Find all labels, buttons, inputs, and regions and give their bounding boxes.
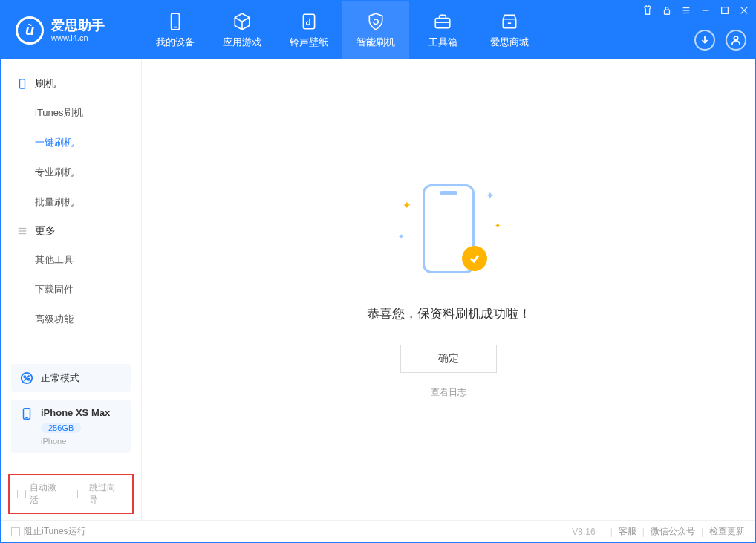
svg-point-24 [28,379,30,380]
checkbox-icon [11,527,20,536]
device-card[interactable]: iPhone XS Max 256GB iPhone [11,400,131,453]
cube-icon [232,12,252,31]
sparkle-icon: ✦ [486,189,495,201]
nav-smart-flash[interactable]: 智能刷机 [342,1,409,59]
mode-normal-icon [20,371,33,385]
toolbox-icon [433,12,452,31]
list-icon [17,226,27,236]
checkbox-block-itunes[interactable]: 阻止iTunes运行 [11,525,86,538]
version-label: V8.16 [572,527,595,537]
device-icon [166,12,185,31]
svg-rect-8 [665,10,670,14]
sidebar-item-batch-flash[interactable]: 批量刷机 [35,187,141,217]
checkbox-icon [17,490,26,498]
svg-rect-3 [303,14,314,29]
window-controls [642,5,749,16]
svg-rect-4 [435,18,450,27]
ok-button[interactable]: 确定 [400,345,497,373]
tshirt-icon[interactable] [642,5,653,16]
nav-store[interactable]: 爱思商城 [476,1,543,59]
sparkle-icon: ✦ [403,199,411,211]
menu-icon[interactable] [681,5,691,16]
main-content: ✦ ✦ ✦ ✦ 恭喜您，保资料刷机成功啦！ 确定 查看日志 [142,59,755,520]
device-name: iPhone XS Max [41,407,110,418]
svg-rect-13 [722,7,729,14]
nav-ringtone-wallpaper[interactable]: 铃声壁纸 [276,1,342,59]
sidebar-item-oneclick-flash[interactable]: 一键刷机 [35,128,141,157]
minimize-icon[interactable] [700,5,711,16]
store-icon [500,12,519,31]
sparkle-icon: ✦ [495,221,501,230]
footer-link-wechat[interactable]: 微信公众号 [651,525,695,538]
sidebar-item-pro-flash[interactable]: 专业刷机 [35,157,141,187]
phone-small-icon [17,79,27,89]
lock-icon[interactable] [662,5,672,16]
success-message: 恭喜您，保资料刷机成功啦！ [367,305,531,322]
footer-link-service[interactable]: 客服 [619,525,636,538]
sidebar-item-other-tools[interactable]: 其他工具 [35,245,141,275]
footer: 阻止iTunes运行 V8.16 | 客服 | 微信公众号 | 检查更新 [1,520,755,542]
sidebar-group-more[interactable]: 更多 [1,217,141,245]
app-name: 爱思助手 [51,19,105,32]
device-block: 正常模式 iPhone XS Max 256GB iPhone [1,355,141,469]
logo-icon: ù [16,16,44,45]
app-site: www.i4.cn [51,33,105,42]
svg-point-23 [24,376,25,377]
sidebar-item-advanced[interactable]: 高级功能 [35,305,141,334]
nav-my-device[interactable]: 我的设备 [142,1,209,59]
checkbox-icon [77,490,86,498]
device-storage: 256GB [41,423,81,433]
check-badge-icon [462,246,487,271]
svg-rect-18 [20,79,25,88]
nav-toolbox[interactable]: 工具箱 [409,1,476,59]
highlighted-checkbox-row: 自动激活 跳过向导 [8,474,134,514]
app-window: ù 爱思助手 www.i4.cn 我的设备 应用游戏 铃声壁纸 智能刷机 [0,0,756,543]
header: ù 爱思助手 www.i4.cn 我的设备 应用游戏 铃声壁纸 智能刷机 [1,1,755,59]
sidebar-item-download-firmware[interactable]: 下载固件 [35,275,141,305]
checkbox-skip-guide[interactable]: 跳过向导 [77,481,126,507]
mode-card[interactable]: 正常模式 [11,364,131,392]
sidebar-group-flash[interactable]: 刷机 [1,70,141,98]
checkbox-auto-activate[interactable]: 自动激活 [17,481,65,507]
view-log-link[interactable]: 查看日志 [431,386,466,399]
device-type: iPhone [41,437,110,446]
body: 刷机 iTunes刷机 一键刷机 专业刷机 批量刷机 更多 其他工具 下载固件 … [1,59,755,520]
success-illustration: ✦ ✦ ✦ ✦ [397,181,501,284]
user-button[interactable] [726,30,746,51]
download-button[interactable] [694,30,715,51]
sidebar: 刷机 iTunes刷机 一键刷机 专业刷机 批量刷机 更多 其他工具 下载固件 … [1,59,142,520]
svg-point-17 [734,36,737,40]
shield-refresh-icon [366,12,385,31]
music-file-icon [299,12,319,31]
close-icon[interactable] [739,5,749,16]
sparkle-icon: ✦ [398,233,404,241]
nav-apps-games[interactable]: 应用游戏 [209,1,276,59]
maximize-icon[interactable] [720,5,730,16]
footer-link-update[interactable]: 检查更新 [709,525,745,538]
device-icon [20,407,33,420]
header-right-buttons [694,30,746,51]
logo-block[interactable]: ù 爱思助手 www.i4.cn [1,1,142,59]
sidebar-item-itunes-flash[interactable]: iTunes刷机 [35,98,141,128]
